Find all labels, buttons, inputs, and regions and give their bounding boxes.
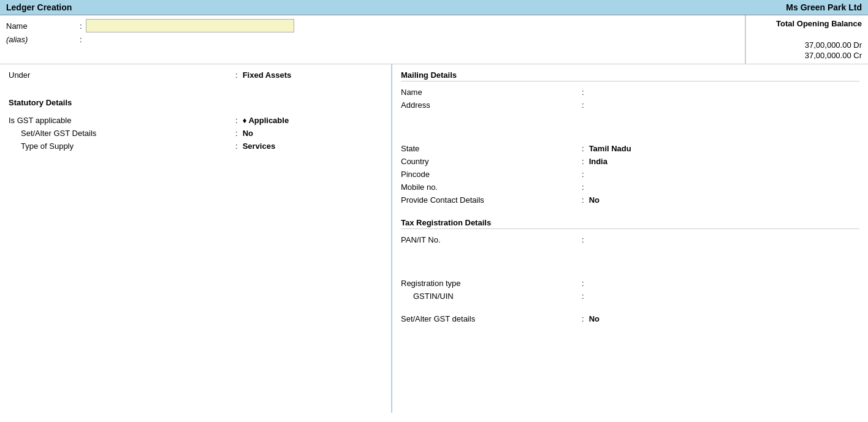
left-panel: Under : Fixed Assets Statutory Details I…: [0, 64, 392, 413]
name-colon: :: [80, 21, 82, 31]
right-panel: Mailing Details Name : Address : State :…: [392, 64, 868, 413]
mailing-country-colon: :: [582, 157, 584, 166]
header: Ledger Creation Ms Green Park Ltd: [0, 0, 868, 15]
mailing-name-row: Name :: [401, 88, 859, 97]
mailing-address-colon: :: [582, 100, 584, 110]
mailing-contact-colon: :: [582, 195, 584, 205]
under-row: Under : Fixed Assets: [9, 70, 383, 80]
under-colon: :: [235, 70, 238, 80]
tax-alter-gst-value: No: [589, 314, 600, 323]
mailing-pincode-row: Pincode :: [401, 170, 859, 179]
total-opening-dr: 37,00,000.00 Dr: [752, 40, 862, 50]
name-section: Name : (alias) :: [0, 15, 745, 64]
mailing-address-label: Address: [401, 100, 582, 110]
mailing-country-label: Country: [401, 157, 582, 166]
statutory-value-1: No: [243, 129, 253, 138]
statutory-colon-0: :: [235, 116, 238, 125]
under-label: Under: [9, 70, 235, 80]
statutory-value-0: ♦ Applicable: [243, 116, 289, 125]
mailing-contact-label: Provide Contact Details: [401, 195, 582, 205]
mailing-name-label: Name: [401, 88, 582, 97]
mailing-pincode-label: Pincode: [401, 170, 582, 179]
tax-spacer: [401, 248, 859, 279]
mailing-contact-value: No: [589, 195, 600, 205]
name-label: Name: [6, 21, 80, 31]
tax-pan-row: PAN/IT No. :: [401, 235, 859, 244]
tax-gstin-label: GSTIN/UIN: [401, 292, 582, 301]
mailing-country-value: India: [589, 157, 607, 166]
statutory-label-0: Is GST applicable: [9, 116, 235, 125]
mailing-state-row: State : Tamil Nadu: [401, 144, 859, 153]
header-title: Ledger Creation: [6, 2, 72, 12]
statutory-heading: Statutory Details: [9, 98, 383, 107]
under-value: Fixed Assets: [243, 70, 292, 80]
mailing-address-row: Address :: [401, 100, 859, 110]
header-company: Ms Green Park Ltd: [786, 2, 862, 12]
statutory-row-1: Set/Alter GST Details : No: [9, 129, 383, 138]
mailing-heading: Mailing Details: [401, 70, 859, 81]
mailing-country-row: Country : India: [401, 157, 859, 166]
mailing-pincode-colon: :: [582, 170, 584, 179]
mailing-name-colon: :: [582, 88, 584, 97]
main-content: Under : Fixed Assets Statutory Details I…: [0, 64, 868, 413]
mailing-state-label: State: [401, 144, 582, 153]
statutory-label-1: Set/Alter GST Details: [9, 129, 235, 138]
tax-regtype-label: Registration type: [401, 279, 582, 288]
statutory-value-2: Services: [243, 141, 276, 151]
name-input[interactable]: [86, 19, 294, 32]
tax-heading: Tax Registration Details: [401, 218, 859, 229]
mailing-mobile-label: Mobile no.: [401, 183, 582, 192]
address-spacer: [401, 113, 859, 144]
total-opening-cr: 37,00,000.00 Cr: [752, 51, 862, 60]
tax-alter-gst-label: Set/Alter GST details: [401, 314, 582, 323]
statutory-label-2: Type of Supply: [9, 141, 235, 151]
section-gap-2: [401, 304, 859, 314]
tax-alter-gst-colon: :: [582, 314, 584, 323]
tax-gstin-row: GSTIN/UIN :: [401, 292, 859, 301]
alias-row: (alias) :: [6, 35, 739, 44]
tax-alter-gst-row: Set/Alter GST details : No: [401, 314, 859, 323]
mailing-mobile-colon: :: [582, 183, 584, 192]
alias-colon: :: [80, 35, 82, 44]
tax-regtype-row: Registration type :: [401, 279, 859, 288]
statutory-row-2: Type of Supply : Services: [9, 141, 383, 151]
top-section: Name : (alias) : Total Opening Balance 3…: [0, 15, 868, 64]
name-row: Name :: [6, 19, 739, 32]
mailing-state-colon: :: [582, 144, 584, 153]
statutory-row-0: Is GST applicable : ♦ Applicable: [9, 116, 383, 125]
statutory-colon-1: :: [235, 129, 238, 138]
mailing-contact-row: Provide Contact Details : No: [401, 195, 859, 205]
statutory-colon-2: :: [235, 141, 238, 151]
alias-label: (alias): [6, 35, 80, 44]
mailing-state-value: Tamil Nadu: [589, 144, 631, 153]
section-gap-1: [401, 208, 859, 218]
mailing-mobile-row: Mobile no. :: [401, 183, 859, 192]
total-opening-title: Total Opening Balance: [752, 19, 862, 28]
tax-pan-colon: :: [582, 235, 584, 244]
total-opening-panel: Total Opening Balance 37,00,000.00 Dr 37…: [745, 15, 868, 64]
tax-gstin-colon: :: [582, 292, 584, 301]
tax-pan-label: PAN/IT No.: [401, 235, 582, 244]
tax-regtype-colon: :: [582, 279, 584, 288]
